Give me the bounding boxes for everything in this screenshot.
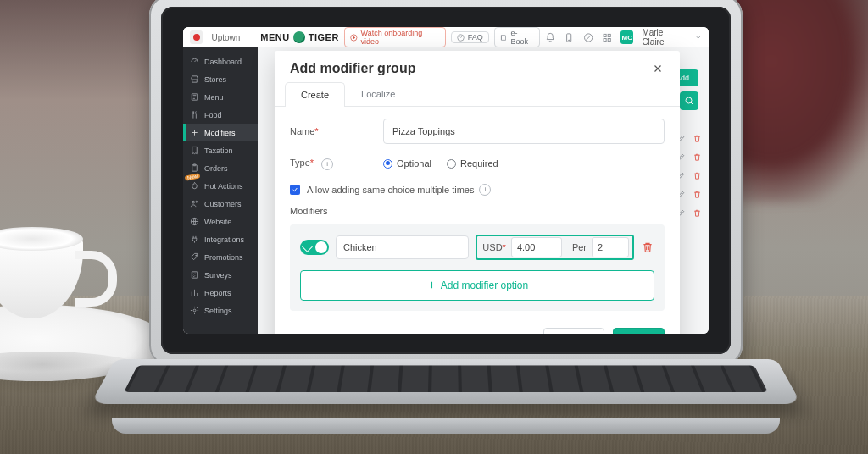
book-icon <box>500 34 508 42</box>
sidebar-item-menu[interactable]: Menu <box>183 88 258 106</box>
name-label: Name* <box>290 126 383 136</box>
add-modifier-option-button[interactable]: Add modifier option <box>300 270 654 301</box>
radio-optional[interactable]: Optional <box>383 158 431 169</box>
radio-required[interactable]: Required <box>447 158 498 169</box>
laptop-edge <box>112 418 780 434</box>
svg-rect-6 <box>608 34 610 36</box>
ebook-link[interactable]: e-Book <box>494 27 540 47</box>
laptop: Uptown MENU TIGER Watch onboarding video <box>149 0 743 452</box>
trash-icon[interactable] <box>693 134 702 143</box>
trash-icon <box>641 241 654 254</box>
faq-link[interactable]: FAQ <box>451 31 489 43</box>
delete-modifier-button[interactable] <box>641 241 654 254</box>
watch-video-link[interactable]: Watch onboarding video <box>344 27 446 47</box>
svg-point-17 <box>193 309 196 312</box>
svg-rect-16 <box>192 272 197 278</box>
checklist-icon <box>190 270 199 280</box>
menu-icon <box>190 92 199 102</box>
plus-icon <box>190 128 199 137</box>
qty-input[interactable] <box>592 237 629 257</box>
globe-icon <box>190 217 199 226</box>
laptop-keyboard <box>91 359 802 404</box>
fire-icon <box>190 181 199 191</box>
sidebar-item-website[interactable]: Website <box>183 213 258 230</box>
sidebar-item-promotions[interactable]: Promotions <box>183 248 258 266</box>
info-icon[interactable]: i <box>321 158 333 170</box>
plus-icon <box>426 280 437 291</box>
clipboard-icon <box>190 163 199 173</box>
currency-label: USD* <box>477 242 511 252</box>
sidebar-item-reports[interactable]: Reports <box>183 284 258 302</box>
sidebar-item-stores[interactable]: Stores <box>183 70 258 88</box>
sidebar-item-integrations[interactable]: Integrations <box>183 230 258 248</box>
store-icon <box>190 75 199 84</box>
allow-multi-checkbox[interactable] <box>290 185 300 195</box>
gear-icon <box>190 306 199 315</box>
trash-icon[interactable] <box>693 171 702 180</box>
allow-multi-label: Allow adding same choice multiple times <box>307 185 474 195</box>
type-label: Type* i <box>290 158 383 170</box>
svg-point-13 <box>196 201 198 202</box>
sidebar-item-taxation[interactable]: Taxation <box>183 141 258 159</box>
info-icon[interactable]: i <box>479 184 491 196</box>
tiger-icon <box>293 31 305 43</box>
close-icon <box>652 63 664 75</box>
question-icon <box>457 34 465 42</box>
sidebar-item-food[interactable]: Food <box>183 106 258 124</box>
sidebar-item-dashboard[interactable]: Dashboard <box>183 53 258 70</box>
svg-rect-5 <box>604 34 606 36</box>
block-icon[interactable] <box>583 32 593 43</box>
workspace-name: Uptown <box>211 33 240 42</box>
bell-icon[interactable] <box>545 32 555 43</box>
tab-create[interactable]: Create <box>285 82 345 107</box>
name-input[interactable] <box>383 119 665 144</box>
modal-title: Add modifier group <box>290 61 415 76</box>
cancel-button[interactable]: Cancel <box>543 328 604 335</box>
chart-icon <box>190 288 199 297</box>
per-label: Per <box>565 242 592 252</box>
sidebar-item-surveys[interactable]: Surveys <box>183 266 258 284</box>
sidebar: Dashboard Stores Menu Food Modifiers Tax… <box>183 47 258 334</box>
radio-dot-icon <box>383 159 392 169</box>
sidebar-item-settings[interactable]: Settings <box>183 302 258 319</box>
coffee-cup <box>0 227 102 329</box>
search-icon <box>684 96 694 106</box>
radio-dot-icon <box>447 159 456 169</box>
add-modifier-group-modal: Add modifier group Create Localize <box>275 51 680 334</box>
receipt-icon <box>190 146 199 155</box>
svg-point-3 <box>569 40 570 41</box>
price-input[interactable] <box>511 237 562 257</box>
modal-tabs: Create Localize <box>275 81 680 107</box>
modifier-name-input[interactable]: Chicken <box>336 235 469 259</box>
user-name[interactable]: Marie Claire <box>642 28 685 47</box>
brand: MENU TIGER <box>260 31 339 43</box>
svg-point-15 <box>196 255 197 256</box>
plug-icon <box>190 235 199 244</box>
save-button[interactable]: Save <box>613 328 665 335</box>
avatar[interactable]: MC <box>620 30 633 44</box>
play-icon <box>350 34 358 42</box>
app-window: Uptown MENU TIGER Watch onboarding video <box>183 27 709 334</box>
svg-point-12 <box>192 201 195 203</box>
mobile-icon[interactable] <box>564 32 574 43</box>
search-button[interactable] <box>680 91 698 110</box>
close-button[interactable] <box>651 62 665 75</box>
grid-icon[interactable] <box>602 32 612 43</box>
trash-icon[interactable] <box>693 190 702 199</box>
topbar: Uptown MENU TIGER Watch onboarding video <box>183 27 709 48</box>
modifiers-label: Modifiers <box>290 206 665 216</box>
modifier-toggle[interactable] <box>300 240 329 255</box>
chevron-down-icon[interactable] <box>694 33 702 42</box>
workspace-logo <box>190 30 203 44</box>
food-icon <box>190 110 199 119</box>
check-icon <box>292 186 298 193</box>
trash-icon[interactable] <box>693 208 702 218</box>
tab-localize[interactable]: Localize <box>345 81 411 106</box>
sidebar-item-customers[interactable]: Customers <box>183 195 258 213</box>
trash-icon[interactable] <box>693 152 702 162</box>
gauge-icon <box>190 57 199 66</box>
sidebar-item-modifiers[interactable]: Modifiers <box>183 124 258 141</box>
tag-icon <box>190 252 199 262</box>
svg-rect-7 <box>604 38 606 41</box>
sidebar-item-hotactions[interactable]: NewHot Actions <box>183 177 258 195</box>
